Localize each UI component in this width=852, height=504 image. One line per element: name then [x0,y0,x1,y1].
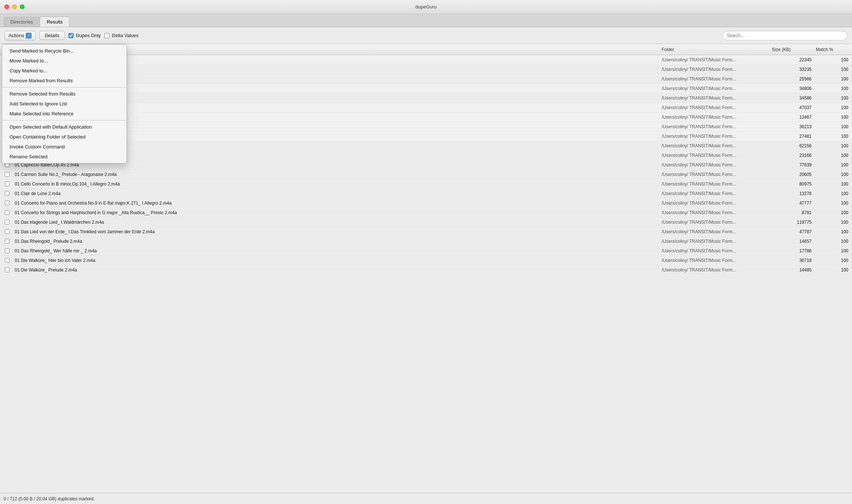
table-row[interactable]: /Users/coliny/ TRANSIT/Music Form... 470… [0,103,852,112]
table-container[interactable]: Filename ▲ Folder Size (KB) Match % /Use… [0,44,852,493]
actions-dropdown: Send Marked to Recycle Bin...Move Marked… [2,44,127,163]
menu-item-2[interactable]: Copy Marked to... [2,66,126,76]
table-row[interactable]: Wedding March 2.m4a /Users/coliny/ TRANS… [0,74,852,84]
row-checkbox[interactable] [5,248,10,253]
actions-button[interactable]: Actions ✓ [4,31,36,40]
table-row[interactable]: 01 Die Walküre_ Prelude 2.m4a /Users/col… [0,265,852,275]
row-match: 100 [814,258,851,263]
row-match: 100 [814,191,851,196]
row-size: 23166 [770,153,814,158]
delta-values-checkbox[interactable] [104,33,110,38]
row-size: 13467 [770,115,814,120]
row-match: 100 [814,162,851,168]
title-bar: dupeGuru [0,0,852,14]
row-checkbox-cell [1,181,12,186]
table-row[interactable]: /Users/coliny/ TRANSIT/Music Form... 348… [0,84,852,93]
row-match: 100 [814,220,851,225]
row-checkbox[interactable] [5,181,10,186]
row-folder: /Users/coliny/ TRANSIT/Music Form... [659,229,770,234]
table-row[interactable]: 01 Clair de Lune 2.m4a /Users/coliny/ TR… [0,189,852,198]
row-folder: /Users/coliny/ TRANSIT/Music Form... [659,239,770,244]
row-size: 20605 [770,172,814,177]
row-checkbox[interactable] [5,220,10,224]
row-checkbox[interactable] [5,210,10,215]
menu-divider [2,120,126,120]
delta-values-label: Delta Values [112,33,139,38]
menu-item-4[interactable]: Remove Selected from Results [2,89,126,99]
table-row[interactable]: 01 Concerto for Strings and Harphischord… [0,208,852,217]
menu-item-8[interactable]: Open Containing Folder of Selected [2,132,126,142]
menu-item-0[interactable]: Send Marked to Recycle Bin... [2,46,126,56]
search-input[interactable] [723,31,848,40]
menu-item-10[interactable]: Rename Selected [2,152,126,162]
tab-bar: Directories Results [0,14,852,27]
table-row[interactable]: 01 Das Lied von der Erde_ I.Das Trinklie… [0,227,852,237]
maximize-button[interactable] [20,4,25,9]
row-size: 47787 [770,229,814,234]
close-button[interactable] [4,4,9,9]
row-size: 25566 [770,76,814,82]
main-content: Filename ▲ Folder Size (KB) Match % /Use… [0,44,852,493]
table-row[interactable]: /Users/coliny/ TRANSIT/Music Form... 134… [0,112,852,122]
row-folder: /Users/coliny/ TRANSIT/Music Form... [659,201,770,206]
row-checkbox[interactable] [5,172,10,177]
table-row[interactable]: e 2.m4a /Users/coliny/ TRANSIT/Music For… [0,65,852,74]
menu-item-5[interactable]: Add Selected to Ignore List [2,99,126,109]
row-folder: /Users/coliny/ TRANSIT/Music Form... [659,134,770,139]
table-row[interactable]: /Users/coliny/ TRANSIT/Music Form... 223… [0,55,852,65]
table-row[interactable]: 01 Das Rheingold_ Prelude 2.m4a /Users/c… [0,237,852,246]
dupes-only-label: Dupes Only [76,33,101,38]
table-row[interactable]: 01 Capriccio Italien,Op.45 2.m4a /Users/… [0,160,852,170]
row-size: 34586 [770,96,814,101]
row-size: 36213 [770,124,814,129]
table-row[interactable]: 01 Canon 2.m4a /Users/coliny/ TRANSIT/Mu… [0,151,852,160]
row-size: 33235 [770,67,814,72]
table-row[interactable]: /Users/coliny/ TRANSIT/Music Form... 362… [0,122,852,132]
row-size: 80975 [770,181,814,187]
row-match: 100 [814,57,851,62]
minimize-button[interactable] [12,4,17,9]
menu-item-1[interactable]: Move Marked to... [2,56,126,66]
table-row[interactable]: /Users/coliny/ TRANSIT/Music Form... 274… [0,132,852,141]
menu-item-6[interactable]: Make Selected into Reference [2,109,126,119]
row-filename: 01 Cello Concerto in B minor,Op.104_ I.A… [12,181,659,187]
table-row[interactable]: 01 Concerto for Piano and Orchestra No.9… [0,198,852,208]
table-row[interactable]: 01 Die Walküre_ Hier bin ich Vater 2.m4a… [0,256,852,265]
row-folder: /Users/coliny/ TRANSIT/Music Form... [659,143,770,148]
menu-divider [2,87,126,87]
row-checkbox[interactable] [5,229,10,234]
row-checkbox[interactable] [5,191,10,196]
table-row[interactable]: 01 Bolero for Orchestra 2.m4a /Users/col… [0,141,852,151]
row-match: 100 [814,181,851,187]
menu-item-7[interactable]: Open Selected with Default Application [2,122,126,132]
dupes-only-group: Dupes Only [68,33,101,38]
table-row[interactable]: 01 Das Rheingold_ Wer hälfe mir _ 2.m4a … [0,246,852,256]
row-checkbox[interactable] [5,258,10,263]
row-folder: /Users/coliny/ TRANSIT/Music Form... [659,86,770,91]
table-body: /Users/coliny/ TRANSIT/Music Form... 223… [0,55,852,275]
table-row[interactable]: 01 Das klagende Lied_ I.Waldmärchen 2.m4… [0,217,852,227]
menu-item-9[interactable]: Invoke Custom Command [2,142,126,152]
row-checkbox[interactable] [5,201,10,205]
details-button[interactable]: Details [39,31,65,40]
row-match: 100 [814,143,851,148]
row-checkbox[interactable] [5,239,10,244]
row-folder: /Users/coliny/ TRANSIT/Music Form... [659,248,770,253]
app-title: dupeGuru [415,4,437,10]
menu-item-3[interactable]: Remove Marked from Results [2,76,126,86]
row-checkbox-cell [1,229,12,234]
row-filename: 01 Das Lied von der Erde_ I.Das Trinklie… [12,229,659,234]
table-header: Filename ▲ Folder Size (KB) Match % [0,44,852,55]
row-match: 100 [814,239,851,244]
row-filename: 01 Concerto for Piano and Orchestra No.9… [12,201,659,206]
row-match: 100 [814,105,851,110]
row-size: 47777 [770,201,814,206]
row-folder: /Users/coliny/ TRANSIT/Music Form... [659,210,770,215]
tab-results[interactable]: Results [40,17,69,27]
dupes-only-checkbox[interactable] [68,33,74,38]
tab-directories[interactable]: Directories [4,17,40,27]
table-row[interactable]: 01 Carmen Suite No.1_ Prelude - Aragonai… [0,170,852,179]
table-row[interactable]: gs 2.m4a /Users/coliny/ TRANSIT/Music Fo… [0,93,852,103]
table-row[interactable]: 01 Cello Concerto in B minor,Op.104_ I.A… [0,179,852,189]
row-checkbox[interactable] [5,267,10,272]
